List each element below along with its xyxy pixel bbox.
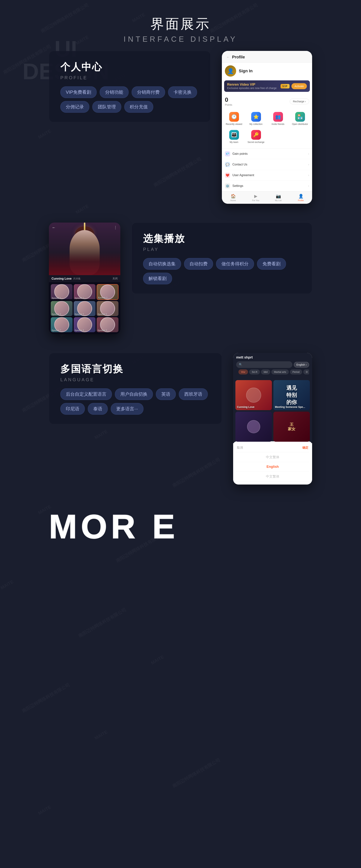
my-list-icon: 📷 [276,194,281,199]
lang-option-simplified[interactable]: 中文繁体 [236,471,309,482]
nav-for-you[interactable]: ▶ For You [244,193,267,202]
menu-gain-points[interactable]: 💎 Gain points › [222,149,312,159]
episode-3[interactable]: Episode 3 [96,284,118,300]
back-icon[interactable]: ← [52,225,56,230]
icon-invite-friends[interactable]: 👥 Invite friends [267,110,288,127]
episode-8[interactable]: Episode 8 [74,317,95,332]
movie-2-overlay: Meeting Someone Spe... [275,405,308,409]
settings-label: Settings [232,184,306,188]
chevron-right-icon: › [308,152,309,155]
red-fabric-decoration [49,253,120,275]
nav-home-label: Home [230,199,236,202]
menu-contact-us[interactable]: 💬 Contact Us › [222,159,312,170]
tag-exchange: 卡密兑换 [168,86,197,98]
more-r: R [111,507,139,545]
activate-button[interactable]: Activate [291,83,307,89]
points-row: 0 Points Recharge › [222,94,312,108]
more-icon[interactable]: ⋮ [114,225,117,230]
vip-banner[interactable]: Renren Video VIP Exclusive episodes are … [224,81,310,92]
more-m: M [49,507,81,545]
nav-profile-label: Profile [298,199,304,202]
movie-card-4[interactable]: 王家女 [273,412,310,442]
episode-title-en: PLAY [143,247,301,252]
search-bar[interactable]: 🔍 [236,361,293,368]
confirm-button[interactable]: 确定 [302,446,308,450]
movie-poster-3 [235,412,272,442]
tag-auto-switch: 自动切换选集 [143,258,181,270]
user-agreement-label: User Agreement [232,174,306,177]
episode-phone: ← ⋮ Cunning Love 共35集 关闭 Episode 1 [49,222,120,334]
tag-spanish: 西班牙语 [179,389,208,400]
profile-tags: VIP免费看剧 分销功能 分销商付费 卡密兑换 分佣记录 团队管理 积分充值 [60,86,199,113]
language-selector[interactable]: English › [294,362,309,368]
genre-more[interactable]: D [303,369,309,374]
genre-period[interactable]: Period [290,369,302,374]
lang-option-english[interactable]: English [236,462,309,471]
icon-my-collection[interactable]: ⭐ My collection [245,110,267,127]
icon-open-distributor[interactable]: 🏪 Open distributor [289,110,311,127]
icon-secret-exchange[interactable]: 🔑 Secret exchange [245,128,267,145]
bottom-nav: 🏠 Home ▶ For You 📷 My List 👤 Profile [222,191,312,204]
vip-title: Renren Video VIP [227,83,277,87]
profile-phone: ← Profile 👤 Sign In Renren Video VIP Exc… [222,51,312,204]
tag-team: 团队管理 [92,101,121,113]
episode-7[interactable]: Episode 7 [51,317,73,332]
chevron-right-icon-3: › [308,174,309,177]
icon-recently-viewed[interactable]: 🕐 Recently viewed [223,110,245,127]
ep-7-label: Episode 7 [52,329,61,332]
page-title-cn: 界面展示 [0,15,361,33]
episode-4[interactable]: Episode 4 [51,301,73,316]
cancel-button[interactable]: 取消 [237,446,243,450]
movie-card-1[interactable]: Cunning Love [235,380,272,410]
nav-for-you-label: For You [252,199,259,202]
episode-9[interactable]: Episode 9 [96,317,118,332]
menu-user-agreement[interactable]: ❤️ User Agreement › [222,170,312,181]
language-title-cn: 多国语言切换 [60,363,211,376]
drama-poster: ← ⋮ [49,222,120,275]
more-o: O [81,507,111,545]
open-distributor-icon: 🏪 [295,112,305,122]
user-agreement-icon: ❤️ [225,173,230,178]
close-button[interactable]: 关闭 [112,277,118,280]
episode-tags: 自动切换选集 自动扣费 做任务得积分 免费看剧 解锁看剧 [143,258,301,284]
avatar: 👤 [225,65,236,76]
movie-card-3[interactable] [235,412,272,442]
drama-title-row: Cunning Love 共35集 [52,277,81,280]
genre-idol[interactable]: Idol [261,369,270,374]
invite-friends-icon: 👥 [273,112,283,122]
ep-6-label: Episode 6 [98,313,107,315]
chevron-right-icon-2: › [308,163,309,166]
episode-2[interactable]: Episode 2 [74,284,95,300]
episode-5[interactable]: Episode 5 [74,301,95,316]
language-picker: 取消 确定 中文繁体 English 中文繁体 [233,441,312,485]
menu-settings[interactable]: ⚙️ Settings › [222,181,312,191]
tag-distributor-pay: 分销商付费 [132,86,165,98]
my-team-label: My team [229,141,238,144]
recharge-button[interactable]: Recharge › [290,99,309,104]
genre-martial[interactable]: Martial arts [271,369,288,374]
episode-6[interactable]: Episode 6 [96,301,118,316]
nav-my-list[interactable]: 📷 My List [267,193,289,202]
tag-thai: 泰语 [88,403,108,415]
nav-profile[interactable]: 👤 Profile [289,193,312,202]
profile-section-row: 个人中心 PROFILE VIP免费看剧 分销功能 分销商付费 卡密兑换 分佣记… [49,51,312,204]
for-you-icon: ▶ [254,194,257,199]
profile-feature-card: 个人中心 PROFILE VIP免费看剧 分销功能 分销商付费 卡密兑换 分佣记… [49,51,211,122]
movie-1-title: Cunning Love [237,405,254,408]
profile-icon: 👤 [298,194,303,199]
nav-home[interactable]: 🏠 Home [222,193,244,202]
movie-card-2[interactable]: 遇见特别的你 Meeting Someone Spe... [273,380,310,410]
lang-option-traditional[interactable]: 中文繁体 [236,452,309,462]
icon-my-team[interactable]: 👨‍👩‍👧 My team [223,128,245,145]
gain-points-label: Gain points [232,152,306,155]
sign-in-row[interactable]: 👤 Sign In [222,63,312,78]
invite-friends-label: Invite friends [272,123,284,125]
more-section: MOR E [49,500,312,561]
episode-1[interactable]: Episode 1 [51,284,73,300]
genre-war[interactable]: War [239,369,248,374]
profile-back-icon[interactable]: ← [226,55,230,59]
movie-grid: Cunning Love 遇见特别的你 Meeting Someone Spe.… [233,379,312,443]
settings-icon: ⚙️ [225,183,230,189]
phone-header: ← Profile [222,51,312,63]
genre-scifi[interactable]: Sci-fi [249,369,260,374]
